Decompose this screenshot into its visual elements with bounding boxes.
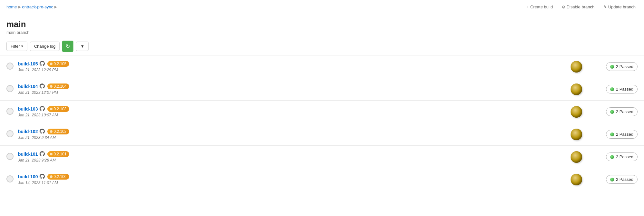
build-checkbox-col: [6, 130, 18, 138]
build-row: build-104 0.2.104 Jan 21, 2023 12:07 PM …: [0, 78, 644, 100]
version-badge: 0.2.104: [47, 83, 69, 89]
badge-dot: [50, 175, 52, 178]
passed-badge[interactable]: 2 Passed: [606, 152, 638, 161]
build-name-link[interactable]: build-101: [18, 152, 38, 157]
page-header: main main branch: [0, 14, 644, 37]
build-date: Jan 21, 2023 9:34 AM: [18, 135, 567, 140]
passed-dot-icon: [610, 87, 614, 91]
github-icon: [40, 129, 45, 134]
funnel-icon: ▼: [80, 44, 84, 49]
passed-badge[interactable]: 2 Passed: [606, 107, 638, 116]
github-icon: [40, 174, 45, 180]
build-checkbox[interactable]: [6, 108, 14, 115]
page-title: main: [6, 19, 638, 29]
build-row: build-102 0.2.102 Jan 21, 2023 9:34 AM 2…: [0, 123, 644, 145]
passed-label: 2 Passed: [616, 87, 633, 92]
build-passed-col: 2 Passed: [586, 85, 638, 93]
badge-dot: [50, 130, 52, 133]
breadcrumb-project[interactable]: ontrack-pro-sync: [22, 5, 53, 9]
build-checkbox-col: [6, 85, 18, 93]
build-status-col: [567, 61, 586, 73]
build-info: build-100 0.2.100 Jan 14, 2023 11:01 AM: [18, 174, 567, 185]
breadcrumb-sep1: ▶: [18, 5, 21, 9]
page-subtitle: main branch: [6, 30, 638, 35]
passed-badge[interactable]: 2 Passed: [606, 130, 638, 139]
filter-button[interactable]: Filter ▾: [6, 42, 27, 51]
passed-label: 2 Passed: [616, 154, 633, 159]
build-checkbox-col: [6, 175, 18, 183]
build-name-link[interactable]: build-100: [18, 174, 38, 179]
build-row: build-103 0.2.103 Jan 21, 2023 10:07 AM …: [0, 100, 644, 123]
update-branch-label: ✎ Update branch: [603, 5, 636, 9]
top-actions: + Create build ⊘ Disable branch ✎ Update…: [525, 3, 638, 11]
filter2-button[interactable]: ▼: [76, 42, 89, 51]
breadcrumb-home[interactable]: home: [6, 5, 17, 9]
disable-branch-button[interactable]: ⊘ Disable branch: [560, 3, 596, 11]
passed-dot-icon: [610, 110, 614, 114]
status-ball-icon: [571, 106, 582, 118]
build-checkbox-col: [6, 108, 18, 116]
build-status-col: [567, 174, 586, 185]
refresh-icon: ↻: [66, 43, 70, 49]
status-ball-icon: [571, 151, 582, 163]
disable-branch-label: ⊘ Disable branch: [562, 5, 594, 9]
status-ball-icon: [571, 83, 582, 95]
build-status-col: [567, 129, 586, 140]
changelog-button[interactable]: Change log: [30, 42, 60, 51]
breadcrumb: home ▶ ontrack-pro-sync ▶: [6, 5, 57, 9]
create-build-label: + Create build: [526, 5, 553, 9]
version-badge: 0.2.105: [47, 61, 69, 67]
build-row: build-100 0.2.100 Jan 14, 2023 11:01 AM …: [0, 168, 644, 191]
build-row: build-105 0.2.105 Jan 21, 2023 12:29 PM …: [0, 55, 644, 78]
build-info: build-105 0.2.105 Jan 21, 2023 12:29 PM: [18, 61, 567, 72]
build-checkbox[interactable]: [6, 153, 14, 160]
passed-label: 2 Passed: [616, 177, 633, 182]
github-icon: [40, 83, 45, 89]
filter-caret-icon: ▾: [21, 44, 23, 48]
build-checkbox[interactable]: [6, 85, 14, 92]
build-status-col: [567, 83, 586, 95]
toolbar: Filter ▾ Change log ↻ ▼: [0, 37, 644, 55]
badge-dot: [50, 153, 52, 155]
passed-badge[interactable]: 2 Passed: [606, 85, 638, 93]
build-checkbox-col: [6, 153, 18, 161]
version-badge: 0.2.100: [47, 174, 69, 180]
build-name-link[interactable]: build-105: [18, 61, 38, 66]
build-info: build-101 0.2.101 Jan 21, 2023 9:28 AM: [18, 151, 567, 162]
status-ball-icon: [571, 61, 582, 73]
update-branch-button[interactable]: ✎ Update branch: [601, 3, 638, 11]
github-icon: [40, 106, 45, 112]
filter-label: Filter: [11, 44, 20, 49]
build-checkbox[interactable]: [6, 63, 14, 70]
passed-dot-icon: [610, 178, 614, 182]
version-badge: 0.2.101: [47, 151, 69, 157]
version-badge: 0.2.102: [47, 129, 69, 134]
badge-dot: [50, 108, 52, 110]
build-info: build-104 0.2.104 Jan 21, 2023 12:07 PM: [18, 83, 567, 95]
passed-badge[interactable]: 2 Passed: [606, 175, 638, 184]
build-name-link[interactable]: build-104: [18, 84, 38, 89]
build-checkbox[interactable]: [6, 175, 14, 182]
build-row: build-101 0.2.101 Jan 21, 2023 9:28 AM 2…: [0, 145, 644, 168]
build-date: Jan 21, 2023 12:29 PM: [18, 68, 567, 72]
refresh-button[interactable]: ↻: [62, 41, 73, 52]
build-checkbox[interactable]: [6, 130, 14, 137]
build-passed-col: 2 Passed: [586, 107, 638, 116]
build-name-link[interactable]: build-102: [18, 129, 38, 134]
build-passed-col: 2 Passed: [586, 152, 638, 161]
changelog-label: Change log: [34, 44, 56, 49]
builds-list: build-105 0.2.105 Jan 21, 2023 12:29 PM …: [0, 55, 644, 191]
version-badge: 0.2.103: [47, 106, 69, 112]
top-bar: home ▶ ontrack-pro-sync ▶ + Create build…: [0, 0, 644, 14]
status-ball-icon: [571, 129, 582, 140]
build-checkbox-col: [6, 63, 18, 71]
passed-dot-icon: [610, 133, 614, 136]
passed-label: 2 Passed: [616, 64, 633, 69]
status-ball-icon: [571, 174, 582, 185]
build-status-col: [567, 106, 586, 118]
build-name-link[interactable]: build-103: [18, 106, 38, 112]
build-passed-col: 2 Passed: [586, 130, 638, 139]
create-build-button[interactable]: + Create build: [525, 3, 554, 11]
passed-badge[interactable]: 2 Passed: [606, 62, 638, 71]
build-passed-col: 2 Passed: [586, 62, 638, 71]
